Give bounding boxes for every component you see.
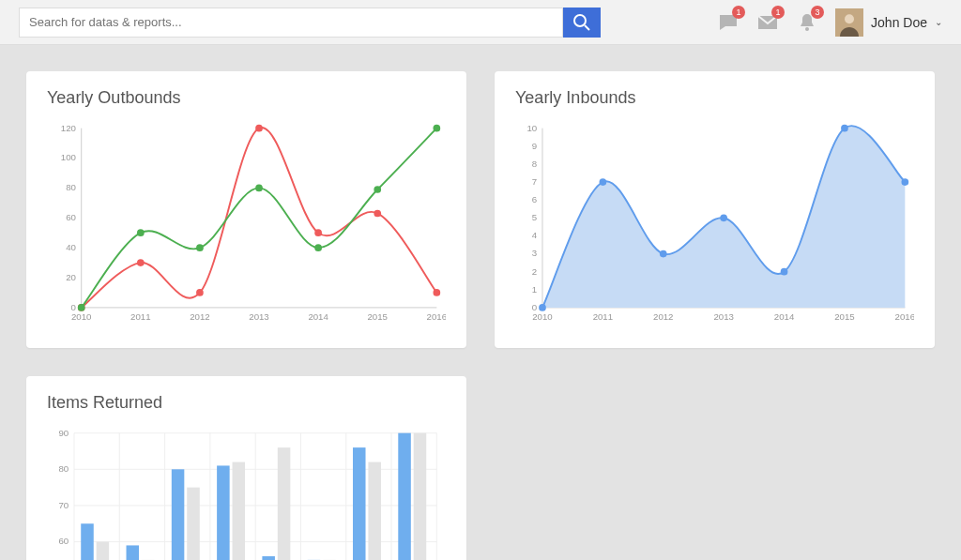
- svg-rect-83: [217, 466, 230, 560]
- returned-chart[interactable]: 5060708090: [47, 424, 446, 560]
- svg-point-59: [720, 214, 727, 221]
- svg-text:5: 5: [532, 212, 537, 222]
- svg-text:3: 3: [532, 248, 537, 258]
- avatar: [835, 8, 863, 37]
- svg-rect-81: [187, 488, 200, 560]
- svg-text:2016: 2016: [895, 311, 914, 322]
- svg-point-23: [137, 259, 145, 266]
- svg-text:2011: 2011: [593, 311, 613, 322]
- user-name-label: John Doe: [871, 15, 927, 30]
- svg-rect-84: [233, 462, 246, 560]
- user-menu[interactable]: John Doe ⌄: [835, 8, 942, 37]
- svg-text:7: 7: [532, 176, 537, 187]
- svg-text:2016: 2016: [427, 311, 446, 322]
- alerts-badge: 3: [811, 6, 824, 19]
- svg-point-3: [805, 27, 809, 31]
- svg-text:2015: 2015: [368, 311, 388, 322]
- svg-text:60: 60: [58, 537, 69, 547]
- svg-text:40: 40: [66, 242, 76, 252]
- svg-text:2013: 2013: [249, 311, 268, 322]
- chevron-down-icon: ⌄: [935, 17, 942, 27]
- svg-text:2011: 2011: [130, 311, 150, 322]
- search-icon: [571, 11, 593, 34]
- svg-rect-86: [262, 556, 275, 560]
- mail-button[interactable]: 1: [756, 11, 779, 34]
- content-area: Yearly Outbounds 02040608010012020102011…: [0, 45, 961, 560]
- search-container: [19, 8, 601, 38]
- svg-point-61: [841, 125, 848, 132]
- svg-text:60: 60: [66, 212, 76, 222]
- inbounds-chart[interactable]: 0123456789102010201120122013201420152016: [515, 119, 914, 327]
- svg-point-32: [255, 185, 263, 192]
- svg-point-30: [137, 229, 145, 236]
- svg-text:1: 1: [532, 284, 537, 295]
- comments-badge: 1: [732, 6, 745, 19]
- svg-text:2014: 2014: [308, 311, 328, 322]
- alerts-button[interactable]: 3: [796, 11, 818, 34]
- svg-point-25: [255, 125, 263, 132]
- outbounds-title: Yearly Outbounds: [47, 88, 446, 108]
- svg-text:2013: 2013: [713, 311, 733, 322]
- search-button[interactable]: [563, 8, 601, 38]
- svg-point-28: [433, 289, 440, 296]
- search-input[interactable]: [19, 8, 563, 38]
- card-outbounds: Yearly Outbounds 02040608010012020102011…: [26, 71, 466, 348]
- svg-point-62: [901, 178, 908, 186]
- svg-text:2015: 2015: [834, 311, 854, 322]
- svg-point-27: [374, 210, 381, 218]
- svg-text:2010: 2010: [71, 311, 91, 322]
- svg-text:20: 20: [66, 272, 76, 282]
- notification-icons: 1 1 3: [717, 11, 818, 34]
- svg-point-33: [314, 244, 322, 251]
- returned-title: Items Returned: [47, 393, 446, 413]
- svg-text:0: 0: [532, 302, 537, 312]
- svg-text:9: 9: [532, 141, 537, 151]
- svg-point-57: [600, 178, 607, 186]
- svg-point-35: [433, 125, 440, 132]
- svg-point-34: [374, 186, 381, 193]
- svg-point-56: [539, 304, 546, 311]
- svg-point-5: [845, 14, 854, 23]
- svg-rect-74: [81, 523, 94, 560]
- outbounds-chart[interactable]: 0204060801001202010201120122013201420152…: [47, 119, 446, 327]
- svg-text:80: 80: [58, 463, 69, 474]
- svg-text:2012: 2012: [190, 311, 209, 322]
- svg-point-0: [574, 15, 586, 26]
- svg-rect-75: [97, 542, 110, 560]
- svg-text:90: 90: [58, 428, 69, 438]
- inbounds-title: Yearly Inbounds: [515, 88, 914, 108]
- svg-rect-96: [414, 433, 427, 560]
- svg-point-29: [78, 304, 85, 311]
- svg-text:120: 120: [61, 123, 76, 133]
- svg-point-24: [196, 289, 204, 296]
- svg-rect-93: [368, 462, 381, 560]
- card-returned: Items Returned 5060708090: [26, 376, 466, 560]
- svg-point-26: [314, 229, 322, 236]
- svg-rect-95: [398, 433, 411, 560]
- svg-point-60: [781, 268, 788, 276]
- card-inbounds: Yearly Inbounds 012345678910201020112012…: [495, 71, 935, 348]
- svg-rect-77: [127, 546, 140, 560]
- svg-text:2014: 2014: [774, 311, 795, 322]
- avatar-icon: [835, 8, 863, 37]
- svg-point-31: [196, 244, 204, 251]
- svg-line-1: [585, 25, 589, 30]
- svg-text:4: 4: [532, 230, 538, 240]
- svg-text:2012: 2012: [653, 311, 673, 322]
- mail-badge: 1: [771, 6, 785, 19]
- svg-text:2: 2: [532, 266, 537, 277]
- svg-text:100: 100: [61, 152, 76, 162]
- svg-text:2010: 2010: [532, 311, 552, 322]
- svg-text:80: 80: [66, 182, 76, 192]
- svg-point-58: [660, 250, 667, 258]
- svg-text:0: 0: [71, 302, 76, 312]
- svg-rect-87: [278, 447, 291, 560]
- svg-rect-92: [353, 447, 366, 560]
- svg-text:70: 70: [58, 500, 69, 510]
- svg-text:6: 6: [532, 194, 537, 204]
- top-bar: 1 1 3 John Doe ⌄: [0, 0, 961, 45]
- svg-text:8: 8: [532, 159, 537, 169]
- comments-button[interactable]: 1: [717, 11, 740, 34]
- svg-text:10: 10: [526, 123, 537, 133]
- svg-rect-80: [172, 469, 185, 560]
